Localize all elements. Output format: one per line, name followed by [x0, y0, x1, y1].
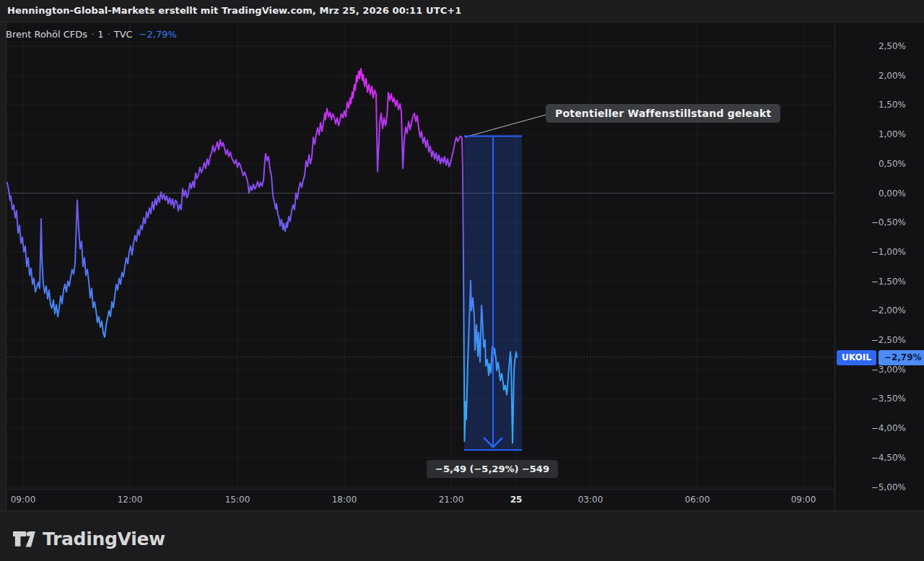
time-axis-label: 15:00	[225, 495, 250, 505]
price-axis-label: 1,00%	[879, 129, 906, 140]
time-axis-label: 06:00	[685, 495, 710, 505]
price-axis-label: 2,00%	[879, 70, 906, 82]
price-axis-label: 2,50%	[879, 40, 906, 52]
attribution-text: Hennington-Global-Markets erstellt mit T…	[7, 5, 461, 16]
symbol-legend[interactable]: Brent Rohöl CFDs·1·TVC−2,79%	[6, 29, 177, 40]
price-axis-label: −2,50%	[871, 334, 906, 346]
price-axis[interactable]: UKOIL −2,79% 2,50%2,00%1,50%1,00%0,50%0,…	[834, 22, 924, 510]
symbol-interval[interactable]: 1	[97, 29, 103, 40]
price-axis-label: −2,00%	[871, 305, 906, 316]
price-axis-label: −3,50%	[871, 393, 906, 404]
attribution-bar: Hennington-Global-Markets erstellt mit T…	[0, 0, 924, 22]
legend-separator: ·	[108, 29, 110, 40]
tradingview-tv-mark-icon	[13, 530, 36, 549]
chart-left-margin	[0, 22, 6, 510]
price-axis-label: −4,50%	[871, 452, 906, 464]
time-axis[interactable]: 09:0012:0015:0018:0021:002503:0006:0009:…	[6, 489, 834, 511]
measurement-label[interactable]: −5,49 (−5,29%) −549	[427, 460, 558, 478]
price-axis-label: −0,50%	[871, 217, 906, 228]
last-price-badge[interactable]: UKOIL −2,79%	[837, 350, 924, 365]
price-badge-symbol: UKOIL	[837, 350, 876, 365]
price-axis-label: −3,00%	[871, 364, 906, 375]
price-axis-label: 0,00%	[879, 188, 906, 199]
tradingview-chart-screenshot: Hennington-Global-Markets erstellt mit T…	[0, 0, 924, 561]
annotation-callout-box[interactable]: Potentieller Waffenstillstand geleakt	[546, 104, 780, 123]
chart-widget: Brent Rohöl CFDs·1·TVC−2,79% Potentielle…	[0, 22, 924, 510]
time-axis-label: 09:00	[791, 495, 816, 505]
time-axis-label: 25	[510, 495, 523, 505]
symbol-title[interactable]: Brent Rohöl CFDs	[6, 29, 87, 40]
time-axis-label: 21:00	[439, 495, 464, 505]
price-axis-label: −5,00%	[871, 482, 906, 493]
time-axis-label: 09:00	[11, 495, 36, 505]
price-axis-label: 1,50%	[879, 99, 906, 110]
price-badge-value: −2,79%	[879, 350, 924, 365]
price-axis-label: 0,50%	[879, 158, 906, 170]
symbol-change-percent: −2,79%	[139, 29, 177, 40]
annotation-callout-line[interactable]	[465, 115, 546, 137]
time-axis-label: 03:00	[578, 495, 603, 505]
price-line-series[interactable]	[7, 69, 517, 443]
chart-canvas[interactable]: Potentieller Waffenstillstand geleakt −5…	[6, 22, 834, 488]
price-axis-label: −1,00%	[871, 246, 906, 258]
tradingview-logo[interactable]: TradingView	[13, 529, 165, 549]
price-axis-label: −1,50%	[871, 276, 906, 287]
time-axis-label: 18:00	[332, 495, 357, 505]
legend-separator: ·	[91, 29, 94, 40]
symbol-exchange[interactable]: TVC	[114, 29, 133, 40]
time-axis-label: 12:00	[118, 495, 143, 505]
brand-text: TradingView	[43, 529, 165, 549]
footer-bar: TradingView	[0, 510, 924, 561]
price-plot-svg[interactable]	[6, 22, 834, 488]
price-axis-label: −4,00%	[871, 422, 906, 434]
